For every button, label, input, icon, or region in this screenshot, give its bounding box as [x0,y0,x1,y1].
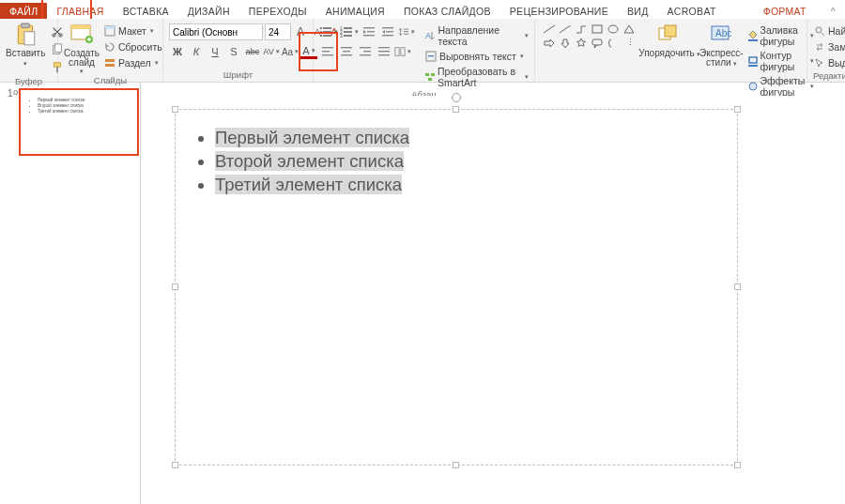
svg-text:A: A [425,31,431,40]
tab-file[interactable]: ФАЙЛ [0,3,47,19]
smartart-icon [424,70,436,84]
resize-handle[interactable] [172,106,178,113]
select-button[interactable]: Выд [813,55,845,70]
align-text-button[interactable]: Выровнять текст [424,49,529,64]
svg-rect-65 [749,57,757,63]
thumbnail-1[interactable]: 1 Первый элемент списка Второй элемент с… [6,88,134,156]
text-direction-button[interactable]: AНаправление текста [424,23,529,48]
convert-smartart-button[interactable]: Преобразовать в SmartArt [424,65,529,89]
shapes-gallery[interactable]: ⋮ [541,21,639,51]
resize-handle[interactable] [453,106,459,113]
list-item[interactable]: Первый элемент списка [215,128,716,148]
tab-insert[interactable]: ВСТАВКА [114,3,178,19]
content-placeholder[interactable]: Первый элемент списка Второй элемент спи… [175,109,738,466]
new-slide-button[interactable]: Создать слайд ▾ [64,21,100,75]
tab-slideshow[interactable]: ПОКАЗ СЛАЙДОВ [394,3,500,19]
list-item[interactable]: Второй элемент списка [215,151,716,172]
svg-rect-32 [386,31,393,32]
shape-rectangle-icon[interactable] [591,23,606,37]
shape-line-icon[interactable] [543,23,558,37]
increase-indent-button[interactable] [379,23,396,40]
svg-rect-37 [322,47,333,48]
svg-rect-27 [344,35,352,36]
shape-outline-button[interactable]: Контур фигуры [747,49,815,73]
svg-rect-14 [105,59,115,62]
shape-arrow-right-icon[interactable] [543,38,558,51]
svg-rect-2 [24,32,35,45]
shadow-button[interactable]: S [225,43,242,60]
section-button[interactable]: Раздел [103,55,162,70]
svg-rect-49 [395,48,399,56]
resize-handle[interactable] [734,283,741,290]
bold-button[interactable]: Ж [169,43,186,60]
tab-acrobat[interactable]: ACROBAT [658,3,726,19]
find-button[interactable]: Най [813,23,845,38]
shape-effects-icon [747,80,759,93]
shape-arrow-down-icon[interactable] [559,38,574,51]
quick-styles-button[interactable]: Abc Экспресс- стили [699,21,744,68]
grow-font-button[interactable]: A [293,23,308,40]
svg-rect-17 [323,27,331,28]
shape-star-icon[interactable] [575,38,590,51]
bullets-button[interactable] [319,23,338,40]
section-icon [103,56,116,69]
svg-rect-54 [425,73,429,76]
tab-review[interactable]: РЕЦЕНЗИРОВАНИЕ [500,3,618,19]
svg-rect-13 [105,26,115,29]
svg-text:Abc: Abc [715,28,731,38]
resize-handle[interactable] [734,106,741,113]
tab-home[interactable]: ГЛАВНАЯ [47,3,113,19]
font-size-combo[interactable] [265,23,291,40]
svg-rect-56 [428,78,432,81]
shape-fill-button[interactable]: Заливка фигуры [747,23,815,48]
slide-edit-area[interactable]: Первый элемент списка Второй элемент спи… [141,83,845,504]
tab-design[interactable]: ДИЗАЙН [178,3,239,19]
resize-handle[interactable] [453,462,459,468]
list-item[interactable]: Третий элемент списка [215,175,716,195]
italic-button[interactable]: К [188,43,205,60]
tab-transitions[interactable]: ПЕРЕХОДЫ [239,3,316,19]
shapes-more-icon[interactable]: ⋮ [622,38,638,51]
shape-connector-icon[interactable] [575,23,590,37]
tab-view[interactable]: ВИД [618,3,658,19]
rotate-handle[interactable] [452,93,461,102]
justify-button[interactable] [376,43,392,60]
replace-button[interactable]: Зам [813,39,845,54]
ribbon-tabs: ФАЙЛ ГЛАВНАЯ ВСТАВКА ДИЗАЙН ПЕРЕХОДЫ АНИ… [0,0,845,19]
columns-button[interactable] [394,43,411,60]
shape-line-arrow-icon[interactable] [559,23,574,37]
resize-handle[interactable] [172,283,178,290]
resize-handle[interactable] [172,462,178,468]
strikethrough-button[interactable]: abc [244,43,261,60]
paste-button[interactable]: Вставить ▾ [6,21,45,68]
svg-point-16 [320,27,322,29]
line-spacing-button[interactable] [398,23,415,40]
svg-rect-31 [382,27,393,28]
svg-rect-29 [367,31,375,32]
resize-handle[interactable] [734,462,741,468]
shape-callout-icon[interactable] [591,38,606,51]
bullet-list: Первый элемент списка Второй элемент спи… [196,128,716,195]
arrange-button[interactable]: Упорядочить [643,21,696,58]
tab-format[interactable]: ФОРМАТ [754,3,816,19]
shape-triangle-icon[interactable] [622,23,638,37]
svg-rect-34 [404,29,408,30]
shape-brace-icon[interactable] [607,38,622,51]
svg-rect-1 [22,23,30,27]
align-right-button[interactable] [357,43,374,60]
char-spacing-button[interactable]: AV [263,43,280,60]
decrease-indent-button[interactable] [361,23,377,40]
tab-animations[interactable]: АНИМАЦИЯ [316,3,394,19]
svg-rect-36 [404,34,408,35]
align-center-button[interactable] [338,43,355,60]
numbering-button[interactable]: 123 [340,23,359,40]
underline-button[interactable]: Ч [207,43,223,60]
change-case-button[interactable]: Aa [282,43,299,60]
reset-button[interactable]: Сбросить [103,39,162,54]
layout-button[interactable]: Макет [103,23,162,38]
ribbon-collapse[interactable]: ^ [822,3,845,19]
shape-oval-icon[interactable] [607,23,622,37]
font-name-combo[interactable] [169,23,263,40]
align-left-button[interactable] [319,43,336,60]
svg-rect-21 [323,35,331,36]
